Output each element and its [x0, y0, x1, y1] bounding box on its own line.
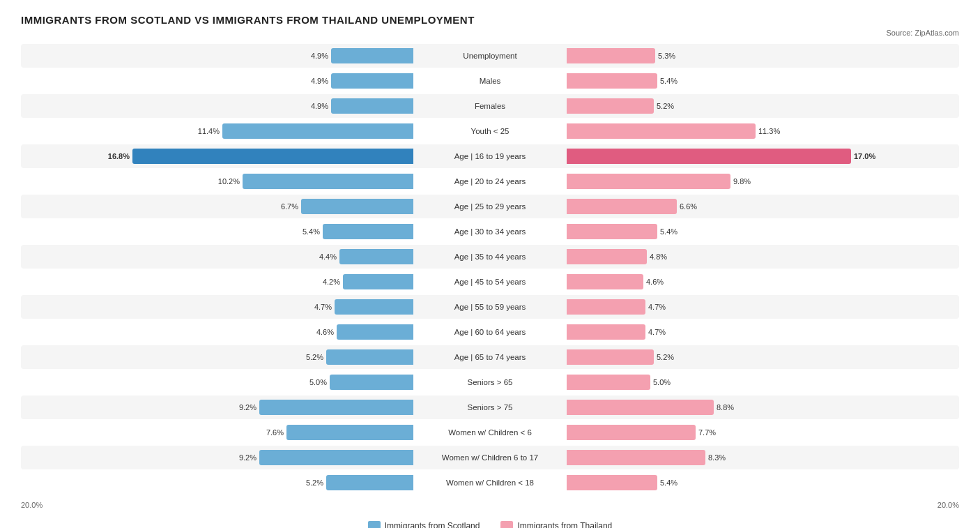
value-right: 8.8% [717, 403, 734, 412]
value-right: 5.2% [657, 102, 674, 110]
left-area: 4.2% [21, 272, 413, 292]
value-left: 6.7% [281, 202, 298, 211]
bar-blue [286, 425, 413, 440]
value-right: 5.0% [653, 378, 671, 386]
left-area: 6.7% [21, 197, 413, 216]
left-area: 10.2% [21, 172, 413, 191]
bars-wrapper: 4.9%Females5.2% [21, 96, 959, 116]
value-left: 4.7% [314, 303, 332, 311]
bar-pink [567, 73, 657, 89]
bar-row: 16.8%Age | 16 to 19 years17.0% [21, 144, 959, 168]
bar-pink [567, 224, 657, 239]
left-area: 4.9% [21, 46, 413, 66]
right-area: 5.0% [567, 372, 959, 392]
legend-box-scotland [368, 521, 381, 528]
bar-blue [132, 149, 413, 164]
bar-pink [567, 375, 650, 390]
bar-pink [567, 450, 705, 465]
right-area: 9.8% [567, 172, 959, 191]
bar-row: 5.2%Women w/ Children < 185.4% [21, 471, 959, 495]
bar-row: 5.4%Age | 30 to 34 years5.4% [21, 220, 959, 243]
legend-item-scotland: Immigrants from Scotland [368, 521, 480, 528]
bar-blue [331, 73, 413, 89]
bars-wrapper: 7.6%Women w/ Children < 67.7% [21, 423, 959, 442]
bar-label: Age | 45 to 54 years [413, 278, 567, 286]
legend-label-scotland: Immigrants from Scotland [385, 521, 480, 528]
legend: Immigrants from Scotland Immigrants from… [21, 521, 959, 528]
bar-pink [567, 299, 645, 315]
value-right: 4.7% [648, 328, 666, 336]
legend-item-thailand: Immigrants from Thailand [500, 521, 612, 528]
left-area: 4.7% [21, 297, 413, 317]
bar-pink [567, 48, 655, 63]
bar-row: 6.7%Age | 25 to 29 years6.6% [21, 195, 959, 218]
right-area: 4.7% [567, 322, 959, 342]
value-right: 8.3% [708, 453, 726, 462]
bar-blue [326, 349, 413, 365]
bar-pink [567, 123, 756, 139]
bar-label: Seniors > 75 [413, 403, 567, 412]
value-right: 5.4% [660, 77, 677, 85]
value-left: 9.2% [239, 403, 257, 412]
bar-label: Age | 20 to 24 years [413, 177, 567, 186]
axis-right-label: 20.0% [937, 501, 959, 509]
bar-row: 5.2%Age | 65 to 74 years5.2% [21, 345, 959, 369]
value-left: 9.2% [239, 453, 257, 462]
right-area: 4.6% [567, 272, 959, 292]
bar-row: 4.9%Females5.2% [21, 94, 959, 118]
right-area: 11.3% [567, 121, 959, 141]
value-left: 5.4% [303, 227, 320, 236]
left-area: 4.9% [21, 71, 413, 91]
bars-wrapper: 10.2%Age | 20 to 24 years9.8% [21, 172, 959, 191]
left-area: 5.0% [21, 372, 413, 392]
bar-blue [335, 299, 413, 315]
bar-label: Age | 35 to 44 years [413, 252, 567, 261]
bar-pink [567, 199, 677, 214]
bar-label: Age | 25 to 29 years [413, 202, 567, 211]
bars-wrapper: 4.6%Age | 60 to 64 years4.7% [21, 322, 959, 342]
bar-label: Age | 65 to 74 years [413, 353, 567, 361]
bar-label: Age | 30 to 34 years [413, 227, 567, 236]
right-area: 17.0% [567, 146, 959, 166]
chart-title: IMMIGRANTS FROM SCOTLAND VS IMMIGRANTS F… [21, 14, 959, 26]
bar-pink [567, 425, 696, 440]
bar-row: 4.9%Males5.4% [21, 69, 959, 93]
value-left: 4.9% [311, 102, 328, 110]
bar-label: Unemployment [413, 52, 567, 60]
bar-label: Males [413, 77, 567, 85]
bar-pink [567, 149, 851, 164]
bar-blue [243, 174, 413, 189]
bar-blue [222, 123, 413, 139]
right-area: 6.6% [567, 197, 959, 216]
bar-label: Age | 60 to 64 years [413, 328, 567, 336]
bar-row: 4.6%Age | 60 to 64 years4.7% [21, 320, 959, 344]
bar-label: Youth < 25 [413, 127, 567, 135]
bar-blue [259, 450, 413, 465]
bar-blue [339, 249, 413, 264]
bar-row: 4.4%Age | 35 to 44 years4.8% [21, 245, 959, 269]
bar-blue [331, 48, 413, 63]
bars-wrapper: 4.9%Males5.4% [21, 71, 959, 91]
value-right: 5.3% [658, 52, 675, 60]
value-left: 5.0% [309, 378, 327, 386]
left-area: 9.2% [21, 448, 413, 467]
left-area: 5.4% [21, 222, 413, 241]
left-area: 16.8% [21, 146, 413, 166]
bar-pink [567, 249, 647, 264]
right-area: 4.8% [567, 247, 959, 266]
bar-blue [337, 324, 413, 340]
bars-wrapper: 9.2%Seniors > 758.8% [21, 398, 959, 417]
right-area: 5.4% [567, 473, 959, 492]
legend-label-thailand: Immigrants from Thailand [517, 521, 612, 528]
legend-box-thailand [500, 521, 513, 528]
axis-left-label: 20.0% [21, 501, 43, 509]
bar-pink [567, 174, 730, 189]
bars-wrapper: 5.0%Seniors > 655.0% [21, 372, 959, 392]
bars-wrapper: 9.2%Women w/ Children 6 to 178.3% [21, 448, 959, 467]
bars-wrapper: 4.9%Unemployment5.3% [21, 46, 959, 66]
value-left: 5.2% [306, 478, 323, 487]
bar-pink [567, 274, 643, 289]
left-area: 11.4% [21, 121, 413, 141]
bar-blue [301, 199, 413, 214]
bar-blue [326, 475, 413, 490]
